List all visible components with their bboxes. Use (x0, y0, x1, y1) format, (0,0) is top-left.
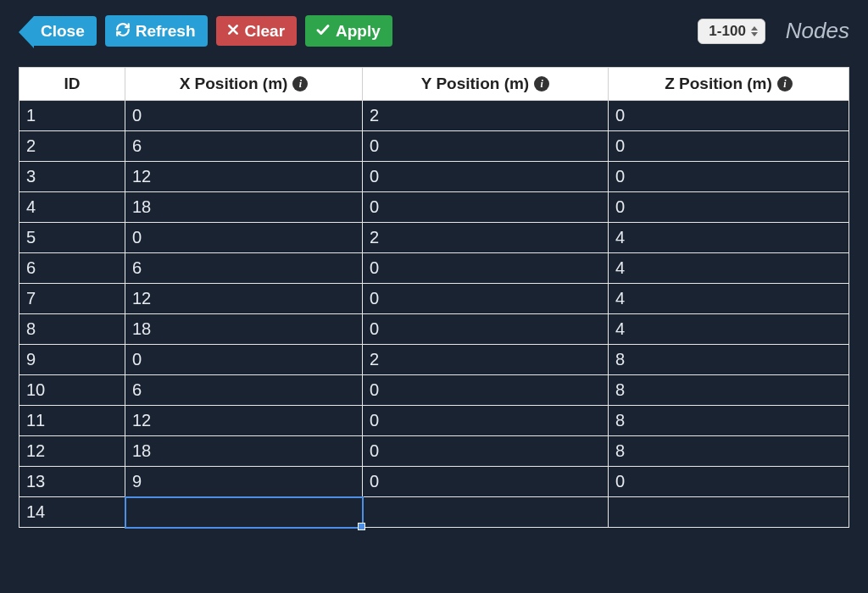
cell-id[interactable]: 5 (19, 223, 125, 253)
refresh-button[interactable]: Refresh (105, 15, 208, 47)
chevron-left-icon (19, 16, 34, 48)
table-row: 10608 (19, 375, 849, 406)
table-row: 121808 (19, 436, 849, 467)
table-row: 41800 (19, 192, 849, 223)
cell-x[interactable]: 0 (125, 345, 363, 375)
cell-y[interactable] (363, 497, 609, 528)
cell-z[interactable]: 4 (609, 284, 849, 314)
col-header-y[interactable]: Y Position (m) i (363, 68, 609, 101)
cell-x[interactable]: 6 (125, 131, 363, 162)
cell-z[interactable]: 8 (609, 375, 849, 406)
cell-y[interactable]: 2 (363, 223, 609, 253)
cell-y[interactable]: 0 (363, 253, 609, 284)
clear-button-label: Clear (245, 23, 286, 39)
cell-y[interactable]: 0 (363, 284, 609, 314)
cell-x[interactable]: 12 (125, 284, 363, 314)
clear-button[interactable]: Clear (216, 16, 298, 46)
col-header-z-label: Z Position (m) (665, 75, 772, 93)
page-title: Nodes (786, 18, 849, 44)
cell-id[interactable]: 9 (19, 345, 125, 375)
cell-id[interactable]: 7 (19, 284, 125, 314)
cell-id[interactable]: 4 (19, 192, 125, 223)
apply-button-label: Apply (336, 23, 381, 39)
cell-x[interactable]: 9 (125, 467, 363, 497)
table-row: 5024 (19, 223, 849, 253)
col-header-x-label: X Position (m) (180, 75, 288, 93)
close-button[interactable]: Close (34, 16, 97, 46)
cell-id[interactable]: 6 (19, 253, 125, 284)
col-header-y-label: Y Position (m) (421, 75, 529, 93)
table-row: 9028 (19, 345, 849, 375)
nodes-table: ID X Position (m) i Y Position (m) i (19, 67, 849, 528)
col-header-z[interactable]: Z Position (m) i (609, 68, 849, 101)
cell-y[interactable]: 0 (363, 314, 609, 345)
table-row: 71204 (19, 284, 849, 314)
cell-id[interactable]: 12 (19, 436, 125, 467)
cell-y[interactable]: 2 (363, 345, 609, 375)
cell-x[interactable]: 6 (125, 375, 363, 406)
cell-z[interactable]: 0 (609, 101, 849, 131)
refresh-icon (115, 22, 131, 40)
info-icon[interactable]: i (292, 76, 308, 91)
cell-x[interactable]: 6 (125, 253, 363, 284)
table-row: 6604 (19, 253, 849, 284)
table-row: 14 (19, 497, 849, 528)
close-button-label: Close (41, 23, 85, 39)
cell-id[interactable]: 10 (19, 375, 125, 406)
cell-z[interactable]: 0 (609, 162, 849, 192)
table-row: 1020 (19, 101, 849, 131)
table-row: 111208 (19, 406, 849, 436)
pagination-range-stepper[interactable]: 1-100 (698, 19, 765, 44)
cell-z[interactable]: 8 (609, 436, 849, 467)
cell-x[interactable]: 0 (125, 223, 363, 253)
col-header-id-label: ID (64, 75, 81, 93)
cell-z[interactable]: 4 (609, 314, 849, 345)
refresh-button-label: Refresh (136, 23, 196, 39)
cell-x[interactable] (125, 497, 363, 528)
cell-y[interactable]: 0 (363, 192, 609, 223)
cell-y[interactable]: 0 (363, 436, 609, 467)
apply-button[interactable]: Apply (305, 15, 392, 47)
cell-x[interactable]: 18 (125, 314, 363, 345)
cell-x[interactable]: 18 (125, 436, 363, 467)
cell-y[interactable]: 0 (363, 406, 609, 436)
cell-id[interactable]: 1 (19, 101, 125, 131)
cell-z[interactable]: 0 (609, 131, 849, 162)
info-icon[interactable]: i (777, 76, 793, 91)
table-row: 81804 (19, 314, 849, 345)
cell-id[interactable]: 8 (19, 314, 125, 345)
cell-z[interactable]: 8 (609, 406, 849, 436)
cell-id[interactable]: 11 (19, 406, 125, 436)
cell-id[interactable]: 3 (19, 162, 125, 192)
cell-id[interactable]: 13 (19, 467, 125, 497)
pagination-range-label: 1-100 (709, 23, 745, 40)
cell-z[interactable]: 8 (609, 345, 849, 375)
cell-z[interactable]: 0 (609, 192, 849, 223)
stepper-arrows-icon (751, 26, 758, 36)
cell-x[interactable]: 0 (125, 101, 363, 131)
cell-x[interactable]: 12 (125, 162, 363, 192)
cell-y[interactable]: 0 (363, 467, 609, 497)
cell-z[interactable]: 4 (609, 223, 849, 253)
cell-y[interactable]: 2 (363, 101, 609, 131)
cell-y[interactable]: 0 (363, 131, 609, 162)
cell-x[interactable]: 12 (125, 406, 363, 436)
cell-id[interactable]: 2 (19, 131, 125, 162)
col-header-id[interactable]: ID (19, 68, 125, 101)
close-icon (226, 23, 240, 39)
cell-z[interactable]: 0 (609, 467, 849, 497)
cell-id[interactable]: 14 (19, 497, 125, 528)
info-icon[interactable]: i (534, 76, 549, 91)
cell-y[interactable]: 0 (363, 162, 609, 192)
cell-y[interactable]: 0 (363, 375, 609, 406)
cell-z[interactable]: 4 (609, 253, 849, 284)
col-header-x[interactable]: X Position (m) i (125, 68, 363, 101)
table-row: 2600 (19, 131, 849, 162)
check-icon (315, 22, 331, 40)
toolbar: Close Refresh Clear Apply 1-100 (19, 15, 849, 47)
table-row: 31200 (19, 162, 849, 192)
table-row: 13900 (19, 467, 849, 497)
cell-z[interactable] (609, 497, 849, 528)
cell-x[interactable]: 18 (125, 192, 363, 223)
